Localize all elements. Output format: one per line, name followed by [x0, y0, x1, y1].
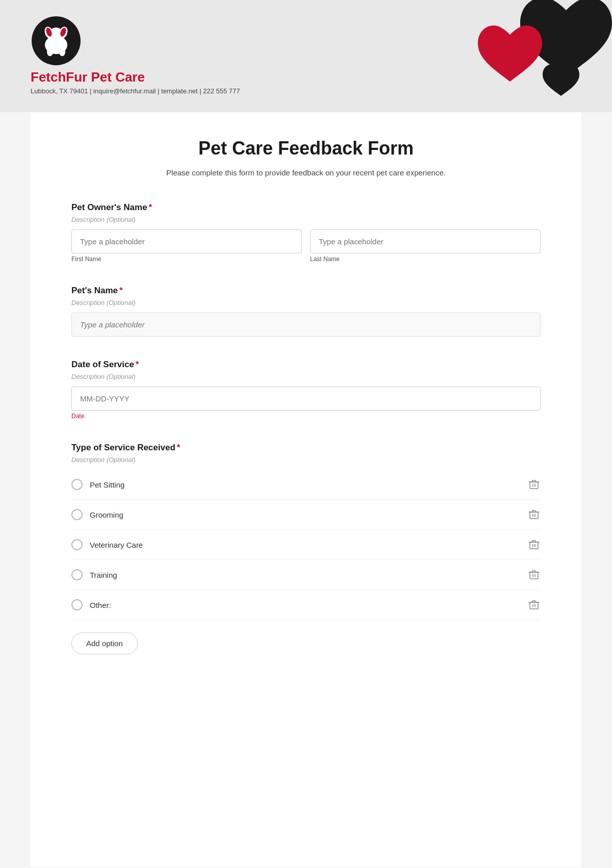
field-date-of-service: Date of Service* Description (Optional) … [71, 360, 541, 420]
radio-options-list: Pet Sitting Grooming [71, 470, 541, 620]
first-name-sublabel: First Name [71, 256, 302, 263]
pet-name-input[interactable] [71, 313, 541, 337]
last-name-sublabel: Last Name [310, 256, 541, 263]
svg-rect-9 [530, 482, 538, 489]
radio-label-vet-care: Veterinary Care [90, 541, 143, 549]
radio-label-training: Training [90, 571, 117, 579]
first-name-input[interactable] [71, 229, 302, 253]
field-owner-name: Pet Owner's Name* Description (Optional)… [71, 202, 541, 263]
svg-rect-12 [530, 572, 538, 579]
form-subtitle: Please complete this form to provide fee… [71, 168, 541, 177]
delete-icon-pet-sitting[interactable] [527, 478, 541, 491]
field-desc-service: Description (Optional) [71, 456, 541, 464]
add-option-label: Add option [86, 639, 123, 648]
radio-option-other: Other: [71, 590, 541, 620]
field-pet-name: Pet's Name* Description (Optional) [71, 286, 541, 337]
page-header: FetchFur Pet Care Lubbock, TX 79401 | in… [0, 0, 612, 112]
radio-option-pet-sitting: Pet Sitting [71, 470, 541, 500]
delete-icon-training[interactable] [527, 568, 541, 581]
date-input[interactable] [71, 387, 541, 411]
logo-area: FetchFur Pet Care Lubbock, TX 79401 | in… [31, 15, 240, 95]
delete-icon-vet-care[interactable] [527, 538, 541, 551]
radio-option-vet-care: Veterinary Care [71, 530, 541, 560]
brand-info: Lubbock, TX 79401 | inquire@fetchfur.mai… [31, 87, 240, 95]
radio-circle-other[interactable] [71, 599, 83, 610]
owner-name-input-row: First Name Last Name [71, 229, 541, 263]
delete-icon-other[interactable] [527, 598, 541, 611]
field-desc-pet-name: Description (Optional) [71, 299, 541, 307]
field-desc-owner-name: Description (Optional) [71, 216, 541, 223]
field-desc-date: Description (Optional) [71, 373, 541, 380]
radio-circle-vet-care[interactable] [71, 539, 83, 550]
radio-circle-pet-sitting[interactable] [71, 479, 83, 490]
radio-circle-grooming[interactable] [71, 509, 83, 520]
radio-option-training: Training [71, 560, 541, 590]
field-label-owner-name: Pet Owner's Name* [71, 202, 541, 213]
field-service-type: Type of Service Received* Description (O… [71, 443, 541, 654]
brand-logo [31, 15, 82, 66]
radio-option-grooming: Grooming [71, 500, 541, 530]
heart-medium-icon [474, 20, 546, 92]
field-label-service: Type of Service Received* [71, 443, 541, 453]
radio-label-other: Other: [90, 601, 111, 609]
field-label-date: Date of Service* [71, 360, 541, 370]
radio-circle-training[interactable] [71, 569, 83, 580]
last-name-input[interactable] [310, 229, 541, 253]
svg-rect-13 [530, 602, 538, 609]
add-option-button[interactable]: Add option [71, 632, 138, 654]
svg-point-5 [47, 48, 53, 56]
svg-rect-10 [530, 512, 538, 519]
last-name-wrapper: Last Name [310, 229, 541, 263]
svg-rect-11 [530, 542, 538, 549]
brand-name: FetchFur Pet Care [31, 69, 240, 85]
radio-label-grooming: Grooming [90, 510, 123, 519]
svg-point-6 [59, 48, 65, 56]
date-sublabel: Date [71, 413, 541, 420]
form-title: Pet Care Feedback Form [71, 138, 541, 159]
first-name-wrapper: First Name [71, 229, 302, 263]
hearts-decoration [449, 0, 612, 112]
heart-small-icon [541, 61, 581, 102]
delete-icon-grooming[interactable] [527, 508, 541, 521]
radio-label-pet-sitting: Pet Sitting [90, 480, 124, 489]
field-label-pet-name: Pet's Name* [71, 286, 541, 296]
main-content: Pet Care Feedback Form Please complete t… [31, 112, 581, 867]
